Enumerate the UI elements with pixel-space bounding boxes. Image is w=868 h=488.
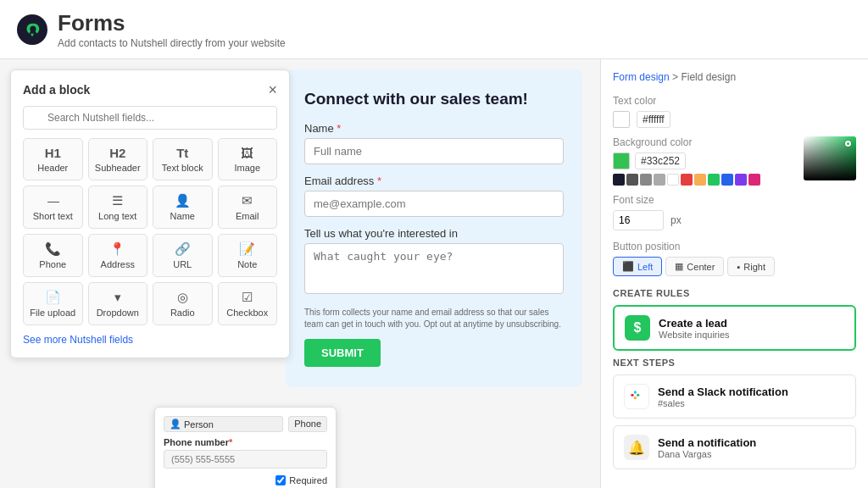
palette-color-9[interactable] [721,174,733,186]
palette-color-11[interactable] [748,174,760,186]
block-item-email[interactable]: ✉ Email [218,186,278,229]
h1-icon: H1 [45,146,61,160]
slack-notification-step[interactable]: Send a Slack notification #sales [613,374,856,419]
dropdown-icon: ▾ [114,290,121,305]
add-block-panel: Add a block × H1 Header H2 Subheader Tt … [10,69,290,358]
note-icon: 📝 [239,241,255,257]
required-checkbox[interactable] [275,475,286,485]
name-icon: 👤 [175,193,191,208]
btn-position-section: Button position ⬛ Left ▦ Center ▪ Right [613,241,856,276]
create-rules-heading: CREATE RULES [613,288,856,298]
right-panel: Form design > Field design Text color #f… [600,59,868,488]
palette-color-2[interactable] [626,174,638,186]
slack-icon [628,388,645,405]
block-item-checkbox[interactable]: ☑ Checkbox [218,282,278,325]
position-right-button[interactable]: ▪ Right [727,257,775,276]
phone-popup: 👤 Person Phone Phone number* Required [154,407,337,488]
form-footer-text: This form collects your name and email a… [304,307,564,330]
block-grid: H1 Header H2 Subheader Tt Text block 🖼 I… [23,138,277,325]
block-label: Subheader [95,163,141,173]
step-subtitle: #sales [658,398,788,408]
align-center-icon: ▦ [675,261,683,272]
form-title: Connect with our sales team! [304,90,564,108]
block-item-subheader[interactable]: H2 Subheader [88,138,148,180]
block-item-longtext[interactable]: ☰ Long text [88,186,148,229]
svg-rect-3 [634,396,637,399]
block-item-note[interactable]: 📝 Note [218,234,278,277]
svg-rect-1 [634,391,637,393]
block-label: Name [170,211,195,221]
form-card: Connect with our sales team! Name * Emai… [286,69,582,387]
address-icon: 📍 [109,241,125,257]
phone-input[interactable] [164,450,327,469]
field-input-name[interactable] [304,138,564,164]
palette-color-3[interactable] [640,174,652,186]
slack-icon-container [624,384,649,409]
close-button[interactable]: × [268,82,277,97]
block-item-textblock[interactable]: Tt Text block [153,138,213,180]
send-notification-step[interactable]: 🔔 Send a notification Dana Vargas [613,425,856,469]
block-item-shorttext[interactable]: ⸻ Short text [23,186,83,229]
block-label: Image [234,163,260,173]
block-item-image[interactable]: 🖼 Image [218,138,278,180]
tt-icon: Tt [176,146,188,160]
panel-title: Add a block [23,83,90,97]
see-more-link[interactable]: See more Nutshell fields [23,334,133,346]
step-subtitle-notification: Dana Vargas [658,449,756,459]
search-input[interactable] [23,106,277,130]
palette-color-10[interactable] [735,174,747,186]
palette-color-7[interactable] [694,174,706,186]
radio-icon: ◎ [177,290,188,305]
svg-rect-2 [637,394,639,396]
phone-field-label: Phone number* [164,437,327,447]
block-item-fileupload[interactable]: 📄 File upload [23,282,83,325]
notification-icon-container: 🔔 [624,435,649,460]
palette-color-4[interactable] [654,174,665,186]
block-item-address[interactable]: 📍 Address [88,234,148,277]
position-center-button[interactable]: ▦ Center [665,257,724,276]
block-item-name[interactable]: 👤 Name [153,186,213,229]
logo [17,14,47,45]
page-subtitle: Add contacts to Nutshell directly from y… [58,37,286,49]
block-item-header[interactable]: H1 Header [23,138,83,180]
position-left-button[interactable]: ⬛ Left [613,257,662,276]
font-size-unit: px [670,214,682,226]
palette-color-5[interactable] [667,174,679,186]
palette-color-8[interactable] [708,174,720,186]
block-item-phone[interactable]: 📞 Phone [23,234,83,277]
align-right-icon: ▪ [737,262,740,272]
h2-icon: H2 [109,146,125,160]
palette-color-6[interactable] [681,174,693,186]
color-picker[interactable] [804,136,856,180]
bg-color-label: Background color [613,136,797,148]
block-label: URL [173,259,192,269]
palette-color-1[interactable] [613,174,625,186]
field-input-textarea[interactable] [304,243,564,294]
email-icon: ✉ [242,193,253,208]
block-label: Radio [170,308,195,318]
block-item-dropdown[interactable]: ▾ Dropdown [88,282,148,325]
breadcrumb: Form design > Field design [613,71,856,83]
block-label: Note [237,259,257,269]
rule-text: Create a lead Website inquiries [659,317,730,340]
submit-button[interactable]: SUBMIT [304,339,381,367]
bg-color-section: Background color #33c252 [613,136,856,186]
color-palette [613,174,797,186]
block-item-radio[interactable]: ◎ Radio [153,282,213,325]
block-item-url[interactable]: 🔗 URL [153,234,213,277]
image-icon: 🖼 [241,146,253,160]
header-text: Forms Add contacts to Nutshell directly … [58,10,286,49]
color-picker-dot [845,141,851,147]
block-label: Address [101,259,135,269]
create-lead-rule[interactable]: $ Create a lead Website inquiries [613,305,856,351]
block-label: Phone [39,259,66,269]
breadcrumb-form[interactable]: Form design [613,71,670,83]
step-text-notification: Send a notification Dana Vargas [658,436,756,459]
url-icon: 🔗 [175,241,191,257]
fileupload-icon: 📄 [45,290,61,305]
rule-subtitle: Website inquiries [659,330,730,340]
text-color-value: #ffffff [637,111,670,128]
next-steps-heading: NEXT STEPS [613,358,856,368]
font-size-input[interactable] [613,210,664,230]
field-input-email[interactable] [304,191,564,217]
